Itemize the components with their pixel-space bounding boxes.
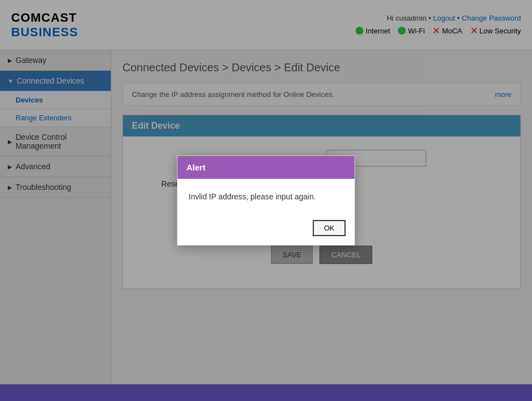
alert-title: Alert [186, 163, 205, 172]
alert-body: Invlid IP address, please input again. [178, 179, 354, 214]
alert-dialog: Alert Invlid IP address, please input ag… [177, 155, 355, 246]
alert-ok-button[interactable]: OK [313, 220, 346, 236]
modal-overlay: Alert Invlid IP address, please input ag… [0, 0, 532, 401]
alert-message: Invlid IP address, please input again. [189, 192, 316, 201]
alert-header: Alert [178, 156, 354, 179]
alert-footer: OK [178, 214, 354, 245]
